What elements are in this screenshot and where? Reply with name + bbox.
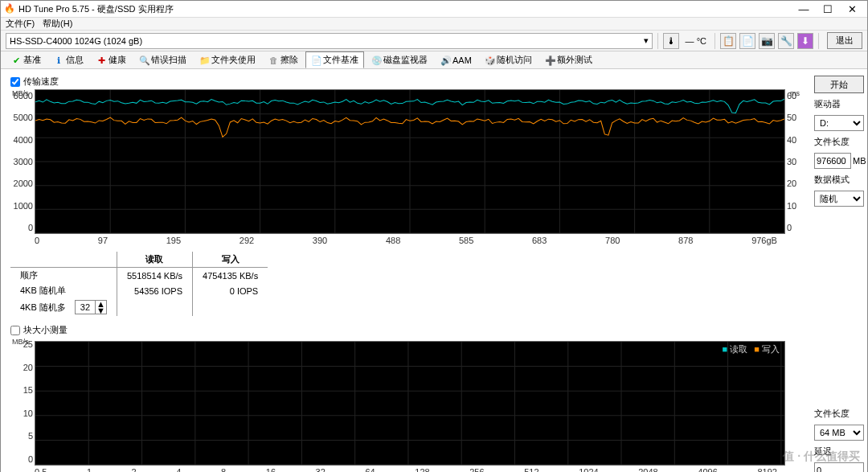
filelen2-dropdown[interactable]: 64 MB (814, 425, 864, 441)
table-row: 顺序 5518514 KB/s 4754135 KB/s (10, 268, 268, 284)
screenshot-icon[interactable]: 📷 (759, 33, 775, 49)
tab-擦除[interactable]: 🗑擦除 (263, 51, 304, 68)
drive-select-value: HS-SSD-C4000 1024G (1024 gB) (10, 36, 142, 46)
table-header-read: 读取 (117, 252, 192, 268)
filelen-label: 文件长度 (814, 136, 864, 148)
settings-icon[interactable]: 🔧 (778, 33, 794, 49)
tab-健康[interactable]: ✚健康 (91, 51, 132, 68)
chart1-ylabel-right: ms (790, 89, 800, 97)
tab-基准[interactable]: ✔基准 (6, 51, 47, 68)
row-4k-single-write: 0 IOPS (193, 283, 268, 298)
transfer-speed-checkbox[interactable] (10, 77, 20, 87)
titlebar: 🔥 HD Tune Pro 5.75 - 硬盘/SSD 实用程序 — ☐ ✕ (1, 1, 867, 18)
drive-select[interactable]: HS-SSD-C4000 1024G (1024 gB) ▾ (6, 33, 653, 49)
row-seq-read: 5518514 KB/s (117, 268, 192, 284)
tab-icon: 🔍 (139, 55, 149, 65)
close-button[interactable]: ✕ (840, 1, 864, 17)
tab-icon: 💿 (371, 55, 381, 65)
tab-icon: 🗑 (268, 55, 278, 65)
blocksize-label: 块大小测量 (23, 324, 68, 336)
chart1-yaxis-left: 6000500040003000200010000 (10, 89, 35, 234)
row-seq-write: 4754135 KB/s (193, 268, 268, 284)
app-icon: 🔥 (4, 3, 15, 14)
watermark: 值 · 什么值得买 (783, 449, 860, 464)
legend-read: 读取 (723, 343, 748, 355)
chart1 (35, 89, 785, 234)
tab-icon: 📄 (311, 55, 321, 65)
menu-file[interactable]: 文件(F) (6, 18, 35, 30)
tab-icon: ✚ (96, 55, 106, 65)
tab-label: 擦除 (280, 54, 298, 66)
queue-depth-spinner[interactable]: ▲▼ (75, 300, 107, 314)
tab-信息[interactable]: ℹ信息 (48, 51, 89, 68)
drive-label: 驱动器 (814, 98, 864, 110)
tab-icon: ➕ (545, 55, 555, 65)
maximize-button[interactable]: ☐ (816, 1, 840, 17)
blocksize-checkbox[interactable] (10, 326, 20, 335)
dropdown-icon: ▾ (644, 35, 649, 46)
datamode-dropdown[interactable]: 随机 (814, 191, 864, 207)
tabbar: ✔基准ℹ信息✚健康🔍错误扫描📁文件夹使用🗑擦除📄文件基准💿磁盘监视器🔊AAM🎲随… (1, 51, 867, 69)
tab-icon: 🔊 (440, 55, 450, 65)
chart2-wrap: MB/s 2520151050 读取 写入 (10, 338, 801, 466)
table-row: 4KB 随机单 54356 IOPS 0 IOPS (10, 283, 268, 298)
transfer-speed-checkbox-row: 传输速度 (10, 76, 801, 88)
tab-额外测试[interactable]: ➕额外测试 (539, 51, 598, 68)
tab-文件夹使用[interactable]: 📁文件夹使用 (194, 51, 261, 68)
side-panel: 开始 驱动器 D: 文件长度 MB 数据模式 随机 文件长度 64 MB 延迟 (811, 69, 867, 472)
tab-label: 额外测试 (557, 54, 592, 66)
tab-icon: 📁 (199, 55, 209, 65)
tab-错误扫描[interactable]: 🔍错误扫描 (133, 51, 192, 68)
main-panel: 传输速度 MB/s ms 6000500040003000200010000 6… (1, 69, 811, 472)
chart1-ylabel-left: MB/s (12, 89, 29, 97)
tab-AAM[interactable]: 🔊AAM (435, 53, 477, 68)
chart2-yaxis-left: 2520151050 (10, 338, 35, 466)
toolbar: HS-SSD-C4000 1024G (1024 gB) ▾ 🌡 — °C 📋 … (1, 31, 867, 51)
tab-label: 随机访问 (497, 54, 532, 66)
table-header-blank (10, 252, 117, 268)
results-table: 读取 写入 顺序 5518514 KB/s 4754135 KB/s 4KB 随… (10, 252, 268, 316)
tab-label: 文件夹使用 (211, 54, 256, 66)
filelen2-label: 文件长度 (814, 408, 864, 420)
chart2-xaxis: 0.512481632641282565121024204840968192 (10, 466, 801, 472)
chart1-xaxis: 097195292390488585683780878976gB (10, 234, 801, 247)
tab-label: 信息 (66, 54, 84, 66)
tab-label: 磁盘监视器 (383, 54, 428, 66)
chart2-ylabel-left: MB/s (12, 338, 29, 346)
datamode-label: 数据模式 (814, 174, 864, 186)
tab-label: 错误扫描 (151, 54, 186, 66)
chart2-legend: 读取 写入 (723, 343, 780, 355)
tab-label: 基准 (23, 54, 41, 66)
tab-label: AAM (452, 55, 472, 65)
tab-磁盘监视器[interactable]: 💿磁盘监视器 (366, 51, 433, 68)
save-icon[interactable]: ⬇ (797, 33, 813, 49)
filelen-unit: MB (853, 156, 866, 166)
tab-icon: 🎲 (485, 55, 494, 65)
start-button[interactable]: 开始 (814, 76, 864, 93)
paste-icon[interactable]: 📄 (739, 33, 755, 49)
window-title: HD Tune Pro 5.75 - 硬盘/SSD 实用程序 (18, 3, 792, 15)
queue-depth-input[interactable] (76, 302, 95, 312)
exit-button[interactable]: 退出 (827, 32, 862, 49)
drive-dropdown[interactable]: D: (814, 115, 864, 131)
filelen-input[interactable] (814, 153, 851, 169)
row-4k-single-read: 54356 IOPS (117, 283, 192, 298)
table-row: 4KB 随机多 ▲▼ (10, 298, 268, 316)
minimize-button[interactable]: — (792, 1, 816, 17)
temp-value: — °C (682, 36, 710, 46)
tab-随机访问[interactable]: 🎲随机访问 (479, 51, 538, 68)
app-window: 🔥 HD Tune Pro 5.75 - 硬盘/SSD 实用程序 — ☐ ✕ 文… (0, 0, 868, 472)
menubar: 文件(F) 帮助(H) (1, 18, 867, 31)
chart1-wrap: MB/s ms 6000500040003000200010000 605040… (10, 89, 801, 234)
tab-icon: ℹ (54, 55, 63, 65)
table-header-write: 写入 (193, 252, 268, 268)
menu-help[interactable]: 帮助(H) (43, 18, 72, 30)
row-4k-single-label: 4KB 随机单 (10, 283, 117, 298)
tab-文件基准[interactable]: 📄文件基准 (305, 51, 364, 68)
temperature-icon[interactable]: 🌡 (663, 33, 679, 49)
row-4k-multi-label: 4KB 随机多 ▲▼ (10, 298, 117, 316)
chart2: 读取 写入 (35, 341, 785, 466)
blocksize-checkbox-row: 块大小测量 (10, 324, 801, 336)
legend-write: 写入 (754, 343, 780, 355)
copy-icon[interactable]: 📋 (720, 33, 736, 49)
